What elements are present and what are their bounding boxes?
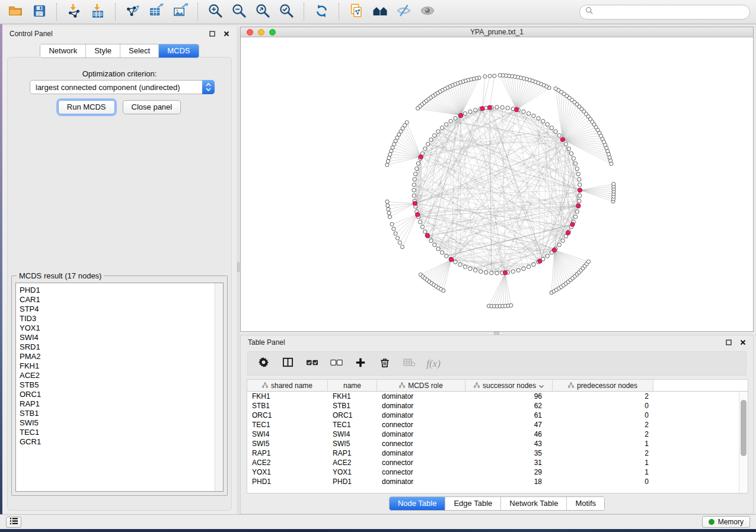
scrollbar-thumb[interactable]: [741, 400, 747, 456]
control-panel: Control Panel Network Style Select MCDS …: [2, 27, 237, 514]
table-cell: 0: [553, 411, 653, 420]
export-image-icon: [173, 3, 189, 21]
table-cell: 35: [465, 448, 553, 458]
save-session-button[interactable]: [30, 2, 49, 21]
list-item[interactable]: SWI5: [16, 418, 214, 428]
deselect-all-button[interactable]: [329, 357, 343, 371]
criterion-dropdown[interactable]: largest connected component (undirected): [30, 80, 215, 94]
list-item[interactable]: STP4: [16, 305, 214, 314]
tab-motifs[interactable]: Motifs: [567, 497, 604, 510]
hide-selected-button[interactable]: [394, 2, 413, 21]
tab-mcds[interactable]: MCDS: [159, 44, 198, 57]
plus-icon: [355, 357, 366, 370]
node-table: shared namenameMCDS rolesuccessor nodesp…: [247, 379, 748, 493]
table-row[interactable]: SWI5SWI5connector431: [247, 439, 748, 448]
first-neighbors-button[interactable]: [371, 2, 390, 21]
mcds-result-scrollbar[interactable]: [215, 283, 223, 491]
list-item[interactable]: YOX1: [16, 323, 214, 333]
table-row[interactable]: FKH1FKH1dominator962: [247, 392, 748, 401]
add-column-button[interactable]: [353, 357, 368, 371]
list-item[interactable]: RAP1: [16, 399, 214, 409]
search-field[interactable]: [579, 5, 750, 20]
close-panel-button[interactable]: Close panel: [123, 100, 181, 114]
export-network-icon: [125, 3, 141, 21]
list-item[interactable]: TID3: [16, 314, 214, 323]
table-row[interactable]: STB1STB1dominator620: [247, 401, 748, 411]
toolbar-separator: [339, 3, 339, 21]
list-item[interactable]: STB1: [16, 409, 214, 418]
table-row[interactable]: TEC1TEC1connector472: [247, 420, 748, 430]
zoom-selected-button[interactable]: [277, 2, 296, 21]
column-header-shared-name[interactable]: shared name: [247, 380, 328, 391]
float-panel-icon[interactable]: [726, 337, 732, 348]
tab-edge-table[interactable]: Edge Table: [445, 497, 501, 510]
table-row[interactable]: RAP1RAP1dominator352: [247, 448, 748, 458]
window-minimize-button[interactable]: [258, 29, 264, 36]
window-zoom-button[interactable]: [269, 29, 276, 36]
list-item[interactable]: TEC1: [16, 428, 214, 437]
splitter-grip[interactable]: [237, 262, 240, 272]
list-item[interactable]: ORC1: [16, 390, 214, 399]
table-cell: 2: [553, 420, 653, 430]
table-cell: 47: [465, 420, 553, 430]
network-from-selection-button[interactable]: [347, 2, 366, 21]
table-row[interactable]: PHD1PHD1dominator180: [247, 477, 748, 486]
table-settings-button[interactable]: [256, 357, 270, 371]
tab-network-table[interactable]: Network Table: [501, 497, 567, 510]
tab-node-table[interactable]: Node Table: [390, 497, 446, 510]
export-image-button[interactable]: [171, 2, 190, 21]
column-header-predecessor-nodes[interactable]: predecessor nodes: [553, 380, 653, 391]
export-table-button[interactable]: [147, 2, 166, 21]
close-panel-icon[interactable]: [740, 337, 746, 348]
run-mcds-button[interactable]: Run MCDS: [58, 100, 115, 114]
network-canvas[interactable]: [241, 37, 753, 331]
zoom-out-button[interactable]: [229, 2, 248, 21]
window-close-button[interactable]: [247, 29, 253, 36]
show-all-button[interactable]: [418, 2, 437, 21]
memory-button[interactable]: Memory: [702, 516, 750, 528]
column-header-filler: [653, 380, 748, 391]
list-item[interactable]: PHD1: [16, 286, 214, 295]
list-item[interactable]: PMA2: [16, 352, 214, 361]
tab-network[interactable]: Network: [40, 44, 86, 57]
export-network-button[interactable]: [123, 2, 142, 21]
zoom-in-button[interactable]: [206, 2, 225, 21]
network-graph[interactable]: [241, 37, 753, 331]
apply-layout-button[interactable]: [312, 2, 331, 21]
list-item[interactable]: SWI4: [16, 333, 214, 342]
list-item[interactable]: GCR1: [16, 437, 214, 447]
list-item[interactable]: STB5: [16, 380, 214, 390]
column-header-successor-nodes[interactable]: successor nodes: [465, 380, 553, 391]
zoom-fit-button[interactable]: [253, 2, 272, 21]
delete-column-button[interactable]: [378, 357, 392, 371]
tab-select[interactable]: Select: [120, 44, 159, 57]
import-table-button[interactable]: [88, 2, 107, 21]
zoom-selected-icon: [279, 3, 295, 21]
table-row[interactable]: ORC1ORC1dominator610: [247, 411, 748, 420]
table-cell: YOX1: [328, 467, 377, 477]
search-input[interactable]: [597, 8, 744, 16]
table-row[interactable]: SWI4SWI4dominator462: [247, 430, 748, 439]
column-chooser-button[interactable]: [280, 357, 295, 371]
tab-style[interactable]: Style: [86, 44, 120, 57]
float-panel-icon[interactable]: [209, 28, 215, 39]
table-cell: dominator: [377, 411, 465, 420]
table-row[interactable]: ACE2ACE2connector311: [247, 458, 748, 467]
show-panels-menu-button[interactable]: [6, 517, 21, 528]
function-builder-button[interactable]: f(x): [426, 357, 441, 371]
delete-table-button[interactable]: [402, 357, 416, 371]
column-header-MCDS-role[interactable]: MCDS role: [377, 380, 465, 391]
list-item[interactable]: CAR1: [16, 295, 214, 305]
close-panel-icon[interactable]: [224, 28, 229, 39]
open-file-button[interactable]: [6, 2, 25, 21]
import-network-button[interactable]: [65, 2, 84, 21]
table-row[interactable]: YOX1YOX1connector291: [247, 467, 748, 477]
list-item[interactable]: SRD1: [16, 342, 214, 352]
list-item[interactable]: ACE2: [16, 371, 214, 380]
select-all-button[interactable]: [305, 357, 319, 371]
network-window-titlebar[interactable]: YPA_prune.txt_1: [241, 27, 753, 37]
table-scrollbar[interactable]: [739, 392, 748, 493]
column-header-name[interactable]: name: [328, 380, 377, 391]
table-cell: FKH1: [247, 392, 328, 401]
list-item[interactable]: FKH1: [16, 361, 214, 371]
